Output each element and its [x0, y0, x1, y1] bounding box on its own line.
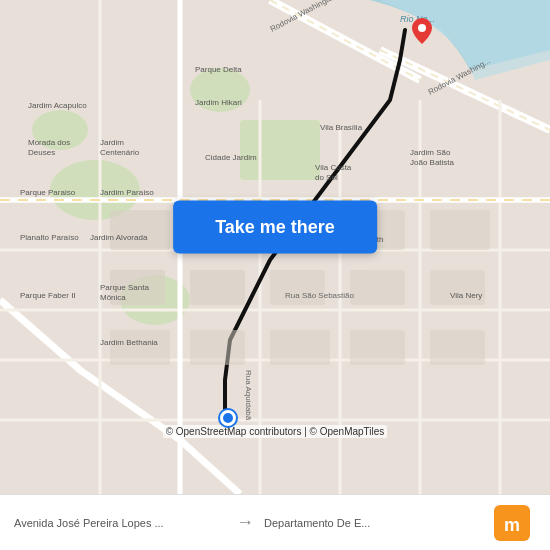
origin-dot: [220, 410, 236, 426]
svg-text:Rua Aquidabã: Rua Aquidabã: [244, 370, 253, 421]
destination-section: Departamento De E...: [258, 517, 482, 529]
take-me-there-button[interactable]: Take me there: [173, 201, 377, 254]
svg-text:Cidade Jardim: Cidade Jardim: [205, 153, 257, 162]
svg-text:Vila Costa: Vila Costa: [315, 163, 352, 172]
map-area: Rio No... Rodovia Washington Luís Rodovi…: [0, 0, 550, 494]
svg-text:Vila Brasília: Vila Brasília: [320, 123, 363, 132]
svg-text:Parque Faber II: Parque Faber II: [20, 291, 76, 300]
route-arrow-icon: →: [232, 512, 258, 533]
svg-text:Parque Paraiso: Parque Paraiso: [20, 188, 76, 197]
svg-text:do Sol: do Sol: [315, 173, 338, 182]
svg-text:Jardim São: Jardim São: [410, 148, 451, 157]
svg-rect-31: [270, 330, 330, 365]
svg-rect-27: [350, 270, 405, 305]
svg-rect-32: [350, 330, 405, 365]
origin-label: Avenida José Pereira Lopes ...: [14, 517, 226, 529]
destination-pin: [412, 18, 432, 44]
svg-point-62: [418, 24, 426, 32]
svg-rect-5: [240, 120, 320, 180]
svg-text:Parque Delta: Parque Delta: [195, 65, 242, 74]
svg-rect-19: [110, 210, 170, 250]
svg-text:Deuses: Deuses: [28, 148, 55, 157]
svg-text:Centenário: Centenário: [100, 148, 140, 157]
bottom-bar: Avenida José Pereira Lopes ... → Departa…: [0, 494, 550, 550]
svg-text:Mônica: Mônica: [100, 293, 126, 302]
svg-rect-33: [430, 330, 485, 365]
svg-rect-29: [110, 330, 170, 365]
svg-text:Jardim Acapulco: Jardim Acapulco: [28, 101, 87, 110]
moovit-logo: m: [482, 505, 542, 541]
svg-text:m: m: [504, 515, 520, 535]
destination-label: Departamento De E...: [264, 517, 476, 529]
svg-text:Rua São Sebastião: Rua São Sebastião: [285, 291, 354, 300]
svg-text:Morada dos: Morada dos: [28, 138, 70, 147]
moovit-icon: m: [494, 505, 530, 541]
svg-text:Jardim Alvorada: Jardim Alvorada: [90, 233, 148, 242]
svg-text:João Batista: João Batista: [410, 158, 455, 167]
svg-text:Planalto Paraíso: Planalto Paraíso: [20, 233, 79, 242]
svg-rect-25: [430, 210, 490, 250]
origin-section: Avenida José Pereira Lopes ...: [8, 517, 232, 529]
svg-text:Jardim: Jardim: [100, 138, 124, 147]
svg-text:Parque Santa: Parque Santa: [100, 283, 149, 292]
svg-text:Jardim Paraíso: Jardim Paraíso: [100, 188, 154, 197]
app: Rio No... Rodovia Washington Luís Rodovi…: [0, 0, 550, 550]
svg-text:Vila Nery: Vila Nery: [450, 291, 482, 300]
svg-text:Jardim Hikari: Jardim Hikari: [195, 98, 242, 107]
svg-rect-30: [190, 330, 245, 365]
svg-rect-22: [190, 270, 245, 305]
svg-text:Jardim Bethania: Jardim Bethania: [100, 338, 158, 347]
